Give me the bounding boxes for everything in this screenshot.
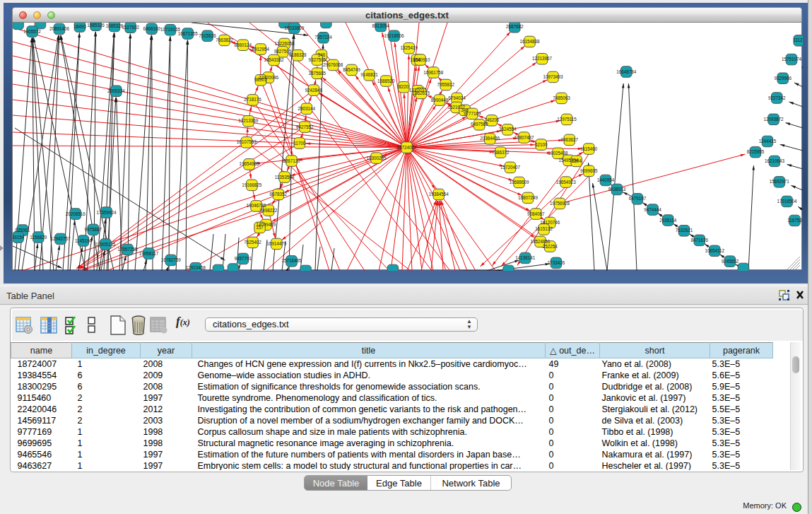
svg-text:19654923: 19654923 bbox=[556, 180, 577, 185]
svg-text:8678352: 8678352 bbox=[270, 192, 288, 197]
svg-text:8304: 8304 bbox=[572, 158, 582, 163]
svg-text:18300295: 18300295 bbox=[366, 156, 387, 160]
svg-text:15692971: 15692971 bbox=[770, 179, 790, 184]
svg-text:15720407: 15720407 bbox=[500, 165, 521, 170]
svg-text:10807487: 10807487 bbox=[514, 135, 534, 140]
svg-text:8471676: 8471676 bbox=[690, 238, 708, 243]
svg-text:12093872: 12093872 bbox=[763, 117, 784, 122]
svg-text:252254: 252254 bbox=[543, 244, 558, 249]
svg-text:1085326: 1085326 bbox=[87, 23, 105, 28]
svg-text:18724007: 18724007 bbox=[396, 145, 417, 150]
svg-text:8813054: 8813054 bbox=[372, 23, 390, 28]
svg-text:19218506: 19218506 bbox=[384, 33, 404, 38]
svg-text:2718176: 2718176 bbox=[244, 97, 261, 102]
svg-text:19958117: 19958117 bbox=[139, 251, 159, 256]
svg-text:19166825: 19166825 bbox=[242, 182, 262, 187]
svg-text:1440954: 1440954 bbox=[597, 177, 615, 182]
svg-text:19756928: 19756928 bbox=[550, 201, 570, 206]
svg-text:6479197: 6479197 bbox=[629, 196, 647, 201]
svg-text:18640910: 18640910 bbox=[410, 57, 430, 62]
svg-text:13226058: 13226058 bbox=[274, 41, 295, 46]
svg-text:16648784: 16648784 bbox=[616, 69, 637, 74]
svg-text:19654985: 19654985 bbox=[239, 161, 259, 166]
svg-text:1905572: 1905572 bbox=[23, 29, 41, 34]
svg-text:10025438: 10025438 bbox=[548, 151, 568, 156]
svg-text:1085326: 1085326 bbox=[106, 23, 124, 28]
svg-text:18493: 18493 bbox=[73, 24, 86, 29]
svg-text:9777169: 9777169 bbox=[464, 111, 481, 116]
svg-text:12975115: 12975115 bbox=[557, 117, 577, 122]
svg-text:16961758: 16961758 bbox=[423, 70, 444, 75]
svg-text:8186328: 8186328 bbox=[289, 52, 307, 57]
svg-text:11353594: 11353594 bbox=[275, 175, 295, 180]
svg-text:12213967: 12213967 bbox=[532, 56, 553, 61]
svg-text:7663822: 7663822 bbox=[216, 37, 233, 42]
svg-text:3875685: 3875685 bbox=[309, 71, 326, 76]
svg-text:9242848: 9242848 bbox=[305, 88, 323, 93]
svg-text:1527602: 1527602 bbox=[122, 25, 139, 30]
svg-text:1156829: 1156829 bbox=[30, 235, 47, 240]
svg-text:116753: 116753 bbox=[787, 218, 802, 223]
svg-text:1244415: 1244415 bbox=[759, 139, 777, 144]
svg-text:1145194: 1145194 bbox=[75, 238, 93, 243]
svg-text:9146821: 9146821 bbox=[360, 72, 378, 77]
svg-text:15751074: 15751074 bbox=[782, 57, 802, 62]
svg-text:29676068: 29676068 bbox=[323, 62, 343, 67]
svg-text:10688609: 10688609 bbox=[509, 180, 529, 185]
svg-text:15716485: 15716485 bbox=[281, 258, 302, 263]
svg-text:20891406: 20891406 bbox=[49, 26, 70, 31]
svg-text:9245652: 9245652 bbox=[722, 259, 739, 264]
svg-text:8267130: 8267130 bbox=[283, 158, 300, 163]
svg-text:14136141: 14136141 bbox=[515, 255, 536, 260]
svg-text:17957255: 17957255 bbox=[117, 247, 138, 252]
svg-text:10654112: 10654112 bbox=[705, 248, 725, 253]
svg-text:16210643: 16210643 bbox=[765, 158, 785, 163]
svg-text:7955812: 7955812 bbox=[437, 82, 455, 87]
svg-text:6497568: 6497568 bbox=[471, 122, 488, 127]
svg-text:7625402: 7625402 bbox=[244, 240, 261, 245]
svg-text:16120746: 16120746 bbox=[540, 220, 560, 225]
svg-text:8427552: 8427552 bbox=[296, 124, 314, 129]
svg-text:9975887: 9975887 bbox=[85, 227, 102, 232]
svg-text:7357224: 7357224 bbox=[314, 35, 332, 40]
svg-text:9227342: 9227342 bbox=[768, 95, 786, 100]
svg-text:3624554: 3624554 bbox=[499, 127, 517, 132]
svg-text:9329966: 9329966 bbox=[775, 76, 792, 81]
svg-text:6466160: 6466160 bbox=[143, 26, 160, 31]
svg-text:9084067: 9084067 bbox=[527, 211, 545, 216]
svg-text:8454749: 8454749 bbox=[343, 67, 360, 72]
svg-text:1733426: 1733426 bbox=[548, 260, 565, 265]
svg-text:1588520: 1588520 bbox=[377, 78, 395, 83]
svg-text:7632621: 7632621 bbox=[676, 228, 693, 233]
svg-text:7386372: 7386372 bbox=[492, 150, 510, 155]
svg-text:12923468: 12923468 bbox=[186, 265, 206, 270]
svg-text:1615132: 1615132 bbox=[535, 226, 553, 231]
svg-text:16782759: 16782759 bbox=[161, 257, 182, 262]
svg-text:98901: 98901 bbox=[254, 77, 267, 82]
svg-text:9457791: 9457791 bbox=[235, 256, 252, 261]
svg-text:16154838: 16154838 bbox=[519, 39, 540, 44]
svg-text:8990448: 8990448 bbox=[431, 98, 449, 103]
svg-text:2803144: 2803144 bbox=[298, 106, 316, 111]
svg-text:10973493: 10973493 bbox=[543, 74, 563, 79]
svg-text:62100: 62100 bbox=[535, 142, 548, 147]
svg-text:16543382: 16543382 bbox=[264, 57, 284, 62]
svg-text:8215955: 8215955 bbox=[747, 149, 765, 154]
svg-text:1325419: 1325419 bbox=[401, 45, 418, 50]
svg-text:11700: 11700 bbox=[293, 141, 306, 146]
svg-text:9115460: 9115460 bbox=[580, 146, 598, 151]
svg-text:9827505: 9827505 bbox=[274, 49, 292, 54]
svg-text:835061: 835061 bbox=[15, 228, 30, 233]
svg-text:8938913: 8938913 bbox=[608, 187, 626, 192]
svg-text:7485063: 7485063 bbox=[553, 95, 570, 100]
svg-text:20364436: 20364436 bbox=[480, 136, 500, 141]
svg-text:8660124: 8660124 bbox=[235, 42, 252, 47]
svg-text:9327505: 9327505 bbox=[309, 57, 326, 62]
svg-text:8220: 8220 bbox=[399, 84, 409, 89]
svg-text:12905135: 12905135 bbox=[95, 242, 116, 247]
svg-text:16033809: 16033809 bbox=[284, 25, 305, 30]
svg-text:6794024: 6794024 bbox=[448, 95, 466, 100]
svg-text:17016504: 17016504 bbox=[777, 199, 798, 204]
svg-text:16671355: 16671355 bbox=[178, 31, 199, 36]
svg-text:19384554: 19384554 bbox=[429, 192, 449, 197]
